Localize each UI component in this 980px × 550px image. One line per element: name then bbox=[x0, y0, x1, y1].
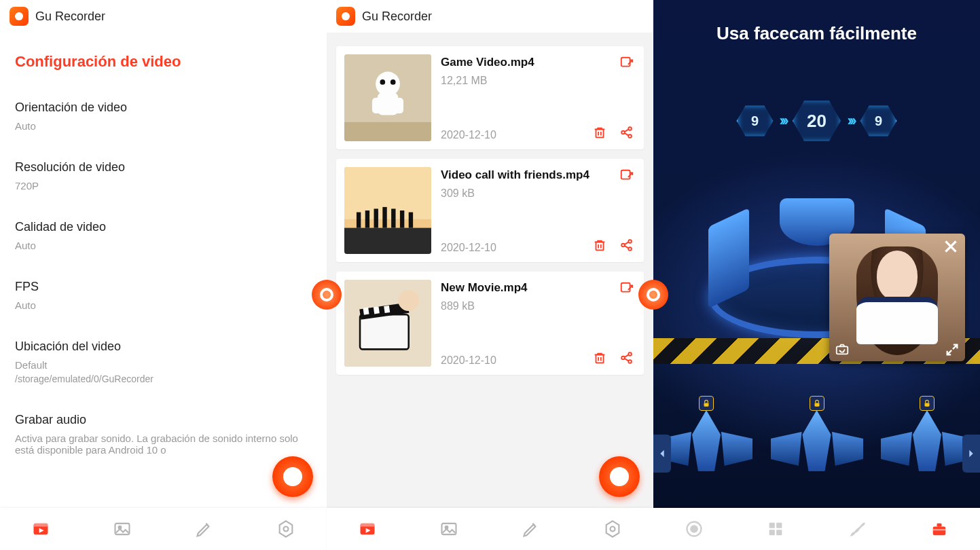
svg-rect-22 bbox=[344, 228, 431, 254]
edit-tab-icon[interactable] bbox=[518, 515, 545, 543]
svg-rect-15 bbox=[621, 58, 630, 67]
svg-marker-55 bbox=[660, 450, 664, 458]
svg-rect-38 bbox=[363, 307, 369, 314]
game-score-row: 9 ››› 20 ››› 9 bbox=[653, 98, 980, 143]
svg-rect-16 bbox=[596, 129, 604, 137]
screenshots-tab-icon[interactable] bbox=[109, 515, 136, 543]
brush-tab-icon[interactable] bbox=[844, 515, 871, 543]
tools-tab-icon[interactable] bbox=[926, 515, 953, 543]
delete-video-icon[interactable] bbox=[592, 125, 607, 140]
svg-point-41 bbox=[398, 290, 419, 311]
svg-rect-29 bbox=[409, 213, 413, 228]
chevrons-right-icon: ››› bbox=[848, 112, 854, 130]
floating-record-bubble[interactable] bbox=[638, 280, 668, 310]
svg-marker-52 bbox=[606, 521, 619, 536]
svg-rect-27 bbox=[391, 208, 395, 227]
facecam-overlay[interactable] bbox=[829, 234, 965, 361]
bottom-nav bbox=[653, 508, 980, 550]
setting-fps[interactable]: FPS Auto bbox=[15, 266, 312, 326]
apps-tab-icon[interactable] bbox=[762, 515, 789, 543]
svg-rect-68 bbox=[933, 529, 946, 530]
video-size: 889 kB bbox=[441, 300, 636, 312]
video-thumbnail bbox=[344, 54, 431, 141]
edit-video-icon[interactable] bbox=[619, 168, 634, 183]
svg-rect-43 bbox=[596, 354, 604, 363]
facecam-person bbox=[856, 245, 938, 361]
score-hex-left: 9 bbox=[736, 104, 774, 138]
setting-orientation[interactable]: Orientación de video Auto bbox=[15, 87, 312, 147]
setting-location[interactable]: Ubicación del video Default /storage/emu… bbox=[15, 326, 312, 399]
video-item[interactable]: Video call with friends.mp4 309 kB 2020-… bbox=[336, 159, 644, 262]
setting-value: Auto bbox=[15, 120, 312, 132]
setting-label: Orientación de video bbox=[15, 100, 312, 115]
edit-tab-icon[interactable] bbox=[191, 515, 218, 543]
video-name: Video call with friends.mp4 bbox=[441, 168, 636, 182]
screenshots-tab-icon[interactable] bbox=[435, 515, 462, 543]
setting-label: Grabar audio bbox=[15, 413, 312, 427]
svg-rect-50 bbox=[442, 524, 456, 534]
next-ship-button[interactable] bbox=[962, 435, 980, 473]
svg-rect-3 bbox=[115, 524, 130, 534]
promo-title: Usa facecam fácilmente bbox=[653, 0, 980, 44]
video-size: 12,21 MB bbox=[441, 75, 636, 87]
setting-value: Auto bbox=[15, 299, 312, 311]
resize-handle-icon[interactable] bbox=[945, 342, 960, 357]
recordings-tab-icon[interactable] bbox=[354, 515, 381, 543]
svg-rect-28 bbox=[400, 210, 404, 228]
setting-record-audio[interactable]: Grabar audio Activa para grabar sonido. … bbox=[15, 399, 312, 471]
record-tab-icon[interactable] bbox=[680, 515, 708, 543]
svg-point-6 bbox=[283, 527, 288, 532]
svg-rect-48 bbox=[361, 524, 375, 527]
switch-camera-icon[interactable] bbox=[835, 342, 850, 357]
ship-slot[interactable] bbox=[769, 393, 865, 488]
svg-rect-11 bbox=[372, 98, 381, 113]
svg-rect-31 bbox=[596, 242, 604, 250]
svg-rect-63 bbox=[777, 523, 782, 528]
svg-point-14 bbox=[391, 79, 396, 85]
share-video-icon[interactable] bbox=[619, 238, 634, 253]
delete-video-icon[interactable] bbox=[592, 350, 607, 365]
svg-point-53 bbox=[610, 527, 615, 532]
video-item[interactable]: Game Video.mp4 12,21 MB 2020-12-10 bbox=[336, 46, 644, 149]
edit-video-icon[interactable] bbox=[619, 56, 634, 71]
svg-rect-64 bbox=[769, 530, 775, 535]
setting-value: Default bbox=[15, 359, 312, 371]
delete-video-icon[interactable] bbox=[592, 238, 607, 253]
video-thumbnail bbox=[344, 167, 431, 254]
bottom-nav bbox=[0, 508, 327, 550]
svg-marker-56 bbox=[969, 450, 973, 458]
video-item[interactable]: New Movie.mp4 889 kB 2020-12-10 bbox=[336, 272, 644, 375]
video-thumbnail bbox=[344, 280, 431, 367]
setting-quality[interactable]: Calidad de video Auto bbox=[15, 206, 312, 266]
recordings-tab-icon[interactable] bbox=[27, 515, 54, 543]
svg-rect-54 bbox=[837, 346, 848, 354]
svg-rect-21 bbox=[344, 167, 431, 219]
video-size: 309 kB bbox=[441, 187, 636, 200]
app-logo-icon bbox=[336, 7, 355, 26]
setting-label: FPS bbox=[15, 280, 312, 294]
share-video-icon[interactable] bbox=[619, 125, 634, 140]
setting-value: Auto bbox=[15, 240, 312, 251]
svg-rect-62 bbox=[769, 523, 775, 528]
svg-rect-42 bbox=[621, 283, 630, 292]
close-icon[interactable] bbox=[942, 238, 960, 255]
app-title: Gu Recorder bbox=[35, 10, 105, 24]
share-video-icon[interactable] bbox=[619, 350, 634, 365]
setting-label: Calidad de video bbox=[15, 220, 312, 234]
edit-video-icon[interactable] bbox=[619, 281, 634, 296]
svg-rect-65 bbox=[777, 530, 782, 535]
video-name: Game Video.mp4 bbox=[441, 56, 636, 69]
settings-tab-icon[interactable] bbox=[599, 515, 626, 543]
record-fab[interactable] bbox=[272, 456, 313, 497]
svg-rect-26 bbox=[382, 207, 386, 228]
ship-slot[interactable] bbox=[879, 393, 975, 488]
chevrons-right-icon: ››› bbox=[780, 112, 786, 130]
settings-tab-icon[interactable] bbox=[272, 515, 300, 543]
setting-resolution[interactable]: Resolución de video 720P bbox=[15, 147, 312, 206]
ship-slot[interactable] bbox=[659, 393, 754, 488]
prev-ship-button[interactable] bbox=[653, 435, 671, 473]
floating-record-bubble[interactable] bbox=[312, 280, 342, 310]
record-fab[interactable] bbox=[599, 456, 640, 497]
svg-rect-36 bbox=[360, 314, 409, 349]
ship-icon bbox=[666, 403, 747, 478]
